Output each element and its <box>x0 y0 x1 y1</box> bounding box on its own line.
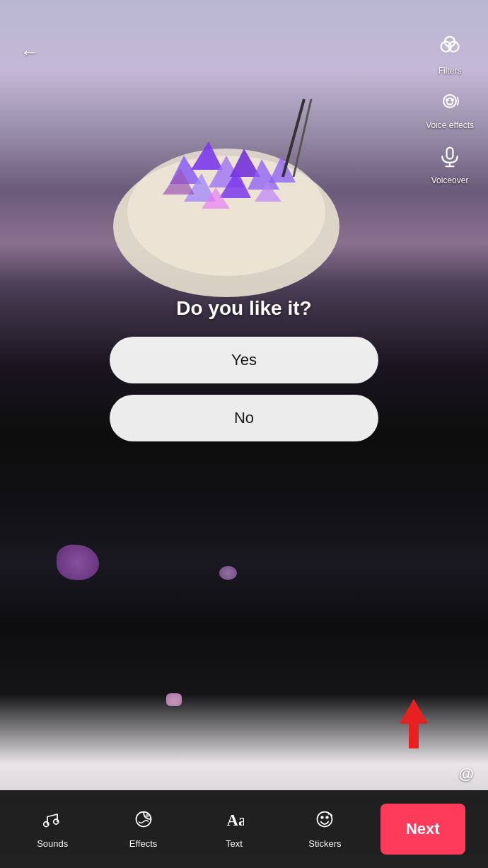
back-button[interactable]: ← <box>14 35 45 69</box>
voice-effects-icon <box>438 90 461 117</box>
filters-label: Filters <box>438 66 462 76</box>
filters-button[interactable]: Filters <box>438 35 462 76</box>
voice-effects-label: Voice effects <box>426 120 474 130</box>
svg-point-21 <box>451 99 453 101</box>
next-button[interactable]: Next <box>380 804 465 855</box>
poll-option-yes[interactable]: Yes <box>110 337 378 383</box>
svg-text:Aa: Aa <box>226 811 244 829</box>
effects-label: Effects <box>129 838 158 849</box>
sounds-button[interactable]: Sounds <box>17 809 88 849</box>
mention-button[interactable]: @ <box>459 765 474 783</box>
stickers-button[interactable]: Stickers <box>289 809 360 849</box>
svg-point-32 <box>322 816 324 818</box>
text-button[interactable]: Aa Text <box>199 809 269 849</box>
small-gem-cluster <box>57 545 99 580</box>
voice-effects-button[interactable]: Voice effects <box>426 90 474 130</box>
stickers-icon <box>315 809 335 834</box>
voiceover-button[interactable]: Voiceover <box>431 145 469 185</box>
poll-option-no[interactable]: No <box>110 395 378 441</box>
poll-container: Do you like it? Yes No <box>110 297 378 453</box>
svg-rect-22 <box>447 147 453 158</box>
right-controls: Filters Voice effects <box>426 35 474 185</box>
top-navigation: ← Filters <box>0 0 488 192</box>
voiceover-label: Voiceover <box>431 175 469 185</box>
small-gem-2 <box>219 566 237 580</box>
bottom-toolbar: Sounds Effects Aa Text <box>0 790 488 868</box>
svg-marker-25 <box>400 699 428 748</box>
sounds-label: Sounds <box>37 838 68 849</box>
arrow-indicator <box>393 699 435 751</box>
text-icon: Aa <box>224 809 244 834</box>
text-label: Text <box>226 838 243 849</box>
effects-button[interactable]: Effects <box>108 809 179 849</box>
small-gem-3 <box>166 693 182 706</box>
svg-point-33 <box>327 816 329 818</box>
voiceover-icon <box>438 145 461 173</box>
svg-point-29 <box>146 814 149 817</box>
svg-point-20 <box>446 99 448 101</box>
poll-question: Do you like it? <box>110 297 378 320</box>
effects-icon <box>134 809 153 834</box>
sounds-icon <box>42 809 62 834</box>
filters-icon <box>438 35 461 63</box>
stickers-label: Stickers <box>308 838 341 849</box>
